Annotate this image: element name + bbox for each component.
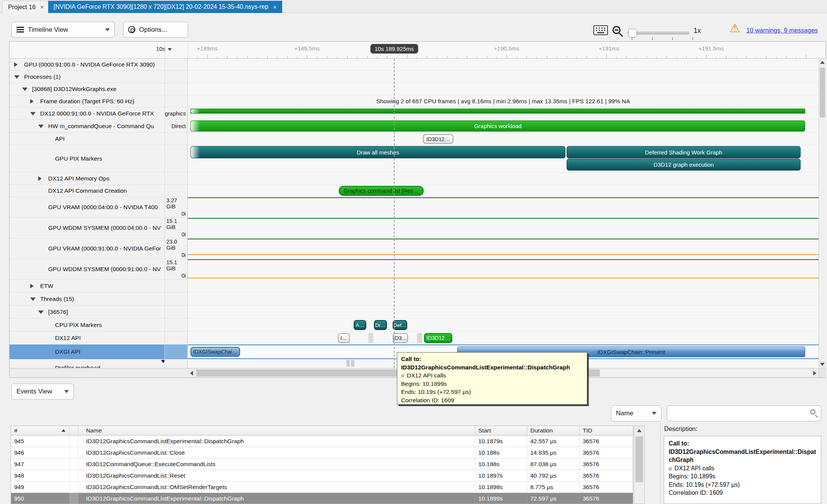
expand-arrow-icon[interactable] (14, 62, 18, 67)
timeline-track[interactable] (188, 306, 819, 319)
collapse-arrow-icon[interactable] (22, 88, 28, 91)
event-row-949[interactable]: 949ID3D12GraphicsCommandList::OMSetRende… (11, 481, 633, 493)
scroll-up-button[interactable] (634, 426, 644, 435)
timeline-row-hw-m-commandqueue-command-qu[interactable]: HW m_commandQueue - Command QuDirectGrap… (10, 120, 819, 133)
event-row-948[interactable]: 948ID3D12GraphicsCommandList::Reset10.18… (11, 470, 633, 481)
ruler-origin[interactable]: 10s (132, 46, 172, 52)
tree-row-name[interactable]: Frame duration (Target FPS: 60 Hz) (10, 95, 165, 107)
events-scrollbar-thumb[interactable] (635, 436, 643, 482)
tree-row-name[interactable]: DX12 API (10, 332, 165, 345)
timeline-row-30868-d3d12workgraphs-exe[interactable]: [30868] D3D12WorkGraphs.exe (10, 83, 819, 95)
timeline-track[interactable] (188, 71, 819, 83)
events-view-dropdown[interactable]: Events View (11, 384, 74, 400)
warnings-link[interactable]: 10 warnings, 9 messages (746, 27, 818, 34)
gpu-pix-marker-bar[interactable]: D3D12 graph execution (567, 159, 801, 171)
expand-arrow-icon[interactable] (30, 284, 34, 288)
event-row-947[interactable]: 947ID3D12CommandQueue::ExecuteCommandLis… (11, 458, 633, 470)
tree-row-name[interactable]: ETW (10, 280, 165, 293)
tree-row-name[interactable]: Threads (15) (10, 293, 165, 306)
timeline-track[interactable]: A…Dr…Def… (188, 319, 819, 332)
timeline-track[interactable] (188, 107, 819, 120)
timeline-row-threads-15[interactable]: Threads (15) (10, 293, 819, 306)
column-header-duration[interactable]: Duration (527, 426, 580, 435)
tree-row-name[interactable]: GPU WDDM SYSMEM (0000:91:00.0 - NV (10, 259, 165, 280)
timeline-row-etw[interactable]: ETW (10, 280, 819, 293)
timeline-ruler[interactable]: 10s +189ms+189.5ms+190.5ms+191ms+191.5ms… (10, 42, 825, 59)
dx12-api-sliver[interactable] (417, 333, 422, 343)
timeline-row-frame-duration-target-fps-60-hz[interactable]: Frame duration (Target FPS: 60 Hz)Showin… (10, 95, 819, 107)
tree-row-name[interactable]: API (10, 133, 165, 145)
column-header-tid[interactable]: TID (580, 426, 633, 435)
scroll-right-button[interactable] (811, 369, 819, 377)
timeline-row-dx12-api-command-creation[interactable]: DX12 API Command CreationGraphics comman… (10, 185, 819, 197)
collapse-arrow-icon[interactable] (38, 125, 44, 128)
timeline-row-gpu-wddm-sysmem-0000-04-00-0-nv[interactable]: GPU WDDM SYSMEM (0000:04:00.0 - NV15.1 G… (10, 218, 819, 238)
timeline-row-gpu-0000-91-00-0-nvidia-geforce-rtx-3090[interactable]: GPU (0000:91:00.0 - NVIDIA GeForce RTX 3… (10, 59, 819, 71)
tree-row-name[interactable]: GPU WDDM SYSMEM (0000:04:00.0 - NV (10, 218, 165, 238)
timeline-row-gpu-wddm-sysmem-0000-91-00-0-nv[interactable]: GPU WDDM SYSMEM (0000:91:00.0 - NV15.1 G… (10, 259, 819, 280)
collapse-arrow-icon[interactable] (14, 75, 19, 79)
timeline-row-gpu-vram-0000-04-00-0-nvidia-t400[interactable]: GPU VRAM (0000:04:00.0 - NVIDIA T4003.27… (10, 197, 819, 218)
tree-row-name[interactable]: [30868] D3D12WorkGraphs.exe (10, 83, 165, 95)
timeline-row-cpu-pix-markers[interactable]: CPU PIX MarkersA…Dr…Def… (10, 319, 819, 332)
tree-row-name[interactable]: CPU PIX Markers (10, 319, 165, 332)
search-input[interactable] (667, 405, 821, 421)
expand-arrow-icon[interactable] (38, 176, 42, 181)
profiler-overhead-block[interactable] (351, 360, 354, 367)
tree-row-name[interactable]: GPU (0000:91:00.0 - NVIDIA GeForce RTX 3… (10, 59, 165, 71)
collapse-arrow-icon[interactable] (38, 311, 44, 314)
zoom-slider-handle[interactable] (628, 29, 637, 37)
dx12-api-chip[interactable]: ID3… (393, 333, 408, 343)
tree-row-name[interactable]: [36576] (10, 306, 165, 319)
graphics-workload-bar[interactable]: Graphics workload (190, 120, 805, 132)
events-table-header[interactable]: #NameStartDurationTID (11, 426, 633, 436)
timeline-track[interactable] (188, 218, 819, 238)
gpu-pix-marker-bar[interactable]: Deferred Shading Work Graph (567, 146, 801, 158)
timeline-track[interactable] (188, 259, 819, 280)
events-scrollbar[interactable] (634, 426, 645, 504)
timeline-track[interactable]: ID3D12… (188, 133, 819, 145)
zoom-slider[interactable] (627, 32, 689, 34)
options-button[interactable]: Options... (123, 22, 188, 37)
gpu-pix-marker-bar[interactable]: Draw all meshes (190, 146, 565, 158)
command-creation-badge[interactable]: Graphics command list [Res… (339, 186, 424, 196)
tree-row-name[interactable]: DX12 0000:91:00.0 - NVIDIA GeForce RTX (10, 107, 165, 120)
close-icon[interactable]: × (40, 4, 44, 10)
timeline-track[interactable] (188, 238, 819, 259)
tree-row-name[interactable]: GPU VRAM (0000:04:00.0 - NVIDIA T400 (10, 197, 165, 218)
dx12-activity-bar[interactable] (190, 109, 805, 114)
view-selector-dropdown[interactable]: Timeline View (11, 22, 115, 37)
close-icon[interactable]: × (273, 4, 277, 10)
timeline-track[interactable]: Draw all meshesDeferred Shading Work Gra… (188, 145, 819, 172)
event-row-945[interactable]: 945ID3D12GraphicsCommandListExperimental… (11, 436, 633, 447)
column-header-name[interactable]: Name (78, 426, 475, 435)
timeline-track[interactable] (188, 59, 819, 71)
keyboard-shortcuts-icon[interactable] (593, 25, 608, 35)
expand-arrow-icon[interactable] (30, 99, 34, 104)
dx12-api-sliver[interactable] (369, 333, 373, 343)
timeline-row-api[interactable]: APIID3D12… (10, 133, 819, 145)
timeline-track[interactable] (188, 197, 819, 218)
timeline-track[interactable] (188, 280, 819, 293)
event-row-946[interactable]: 946ID3D12GraphicsCommandList::Close10.18… (11, 447, 633, 458)
timeline-row-dx12-api[interactable]: DX12 APII…ID3…ID3D12… (10, 332, 819, 345)
tab-project[interactable]: Project 16 × (2, 1, 50, 13)
cpu-pix-marker-chip[interactable]: Dr… (374, 320, 387, 330)
tree-row-name[interactable]: Processes (1) (10, 71, 165, 83)
collapse-arrow-icon[interactable] (30, 112, 36, 115)
scroll-up-button[interactable] (819, 59, 826, 66)
dx12-api-chip[interactable]: ID3D12… (424, 333, 452, 343)
timeline-track[interactable] (188, 293, 819, 306)
dx12-api-chip[interactable]: I… (338, 333, 350, 343)
column-header-num[interactable]: # (11, 426, 70, 435)
profiler-overhead-block[interactable] (346, 360, 350, 367)
timeline-track[interactable] (188, 83, 819, 95)
tab-report[interactable]: [NVIDIA GeForce RTX 3090][1280 x 720][DX… (48, 1, 282, 13)
timeline-row-36576[interactable]: [36576] (10, 306, 819, 319)
timeline-track[interactable]: Graphics command list [Res… (188, 185, 819, 197)
tree-row-name[interactable]: DX12 API Command Creation (10, 185, 165, 197)
dxgi-swapchain-chip[interactable]: IDXGISwapChai… (190, 347, 240, 357)
scroll-left-button[interactable] (188, 369, 195, 377)
tree-row-name[interactable]: DXGI API (10, 345, 165, 359)
tree-row-name[interactable]: DX12 API Memory Ops (10, 172, 165, 185)
